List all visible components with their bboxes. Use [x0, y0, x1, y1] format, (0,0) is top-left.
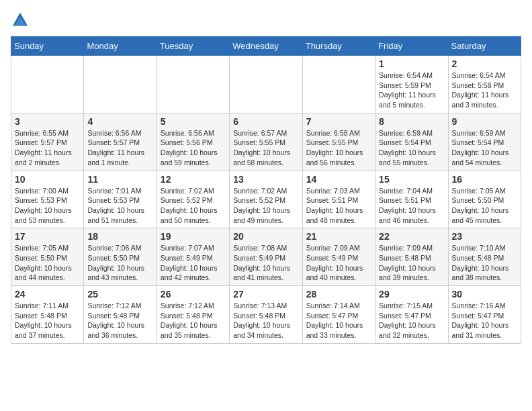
calendar-cell: 17Sunrise: 7:05 AM Sunset: 5:50 PM Dayli… — [11, 228, 84, 286]
day-info: Sunrise: 7:04 AM Sunset: 5:51 PM Dayligh… — [379, 186, 444, 226]
calendar-cell: 7Sunrise: 6:58 AM Sunset: 5:55 PM Daylig… — [302, 113, 375, 171]
calendar-cell: 15Sunrise: 7:04 AM Sunset: 5:51 PM Dayli… — [375, 171, 448, 228]
day-number: 28 — [306, 289, 371, 300]
calendar-cell: 13Sunrise: 7:02 AM Sunset: 5:52 PM Dayli… — [230, 171, 302, 228]
day-number: 9 — [452, 116, 517, 127]
calendar-cell: 19Sunrise: 7:07 AM Sunset: 5:49 PM Dayli… — [157, 228, 229, 286]
day-number: 5 — [161, 116, 226, 127]
day-info: Sunrise: 6:54 AM Sunset: 5:58 PM Dayligh… — [452, 71, 517, 110]
day-info: Sunrise: 7:00 AM Sunset: 5:53 PM Dayligh… — [15, 186, 80, 226]
day-number: 22 — [379, 231, 444, 242]
calendar-cell: 18Sunrise: 7:06 AM Sunset: 5:50 PM Dayli… — [84, 228, 157, 286]
day-number: 30 — [452, 289, 517, 300]
day-number: 13 — [233, 174, 298, 185]
day-number: 7 — [306, 116, 371, 127]
day-info: Sunrise: 6:59 AM Sunset: 5:54 PM Dayligh… — [452, 128, 517, 168]
calendar-cell: 3Sunrise: 6:55 AM Sunset: 5:57 PM Daylig… — [11, 113, 84, 171]
day-number: 23 — [452, 231, 517, 242]
day-info: Sunrise: 7:05 AM Sunset: 5:50 PM Dayligh… — [15, 243, 80, 283]
calendar-cell: 23Sunrise: 7:10 AM Sunset: 5:48 PM Dayli… — [448, 228, 521, 286]
calendar-week-row: 24Sunrise: 7:11 AM Sunset: 5:48 PM Dayli… — [11, 286, 521, 344]
calendar-cell: 20Sunrise: 7:08 AM Sunset: 5:49 PM Dayli… — [230, 228, 302, 286]
day-number: 25 — [87, 289, 152, 300]
calendar-cell: 27Sunrise: 7:13 AM Sunset: 5:48 PM Dayli… — [230, 286, 302, 344]
day-of-week-header: Thursday — [302, 37, 375, 56]
calendar-cell — [84, 56, 157, 113]
logo-icon — [11, 11, 30, 30]
calendar-cell: 1Sunrise: 6:54 AM Sunset: 5:59 PM Daylig… — [375, 56, 448, 113]
day-number: 18 — [87, 231, 152, 242]
day-number: 15 — [379, 174, 444, 185]
day-info: Sunrise: 6:55 AM Sunset: 5:57 PM Dayligh… — [15, 128, 80, 168]
day-info: Sunrise: 7:03 AM Sunset: 5:51 PM Dayligh… — [306, 186, 371, 226]
day-of-week-header: Monday — [84, 37, 157, 56]
day-info: Sunrise: 7:06 AM Sunset: 5:50 PM Dayligh… — [87, 243, 152, 283]
day-number: 17 — [15, 231, 80, 242]
day-info: Sunrise: 6:58 AM Sunset: 5:55 PM Dayligh… — [306, 128, 371, 168]
calendar-cell: 24Sunrise: 7:11 AM Sunset: 5:48 PM Dayli… — [11, 286, 84, 344]
day-of-week-header: Friday — [375, 37, 448, 56]
day-number: 20 — [233, 231, 298, 242]
calendar-week-row: 1Sunrise: 6:54 AM Sunset: 5:59 PM Daylig… — [11, 56, 521, 113]
day-info: Sunrise: 7:09 AM Sunset: 5:49 PM Dayligh… — [306, 243, 371, 283]
calendar-cell: 30Sunrise: 7:16 AM Sunset: 5:47 PM Dayli… — [448, 286, 521, 344]
day-number: 10 — [15, 174, 80, 185]
calendar-cell: 26Sunrise: 7:12 AM Sunset: 5:48 PM Dayli… — [157, 286, 229, 344]
day-info: Sunrise: 7:02 AM Sunset: 5:52 PM Dayligh… — [233, 186, 298, 226]
day-number: 27 — [233, 289, 298, 300]
day-info: Sunrise: 7:01 AM Sunset: 5:53 PM Dayligh… — [87, 186, 152, 226]
calendar-cell: 11Sunrise: 7:01 AM Sunset: 5:53 PM Dayli… — [84, 171, 157, 228]
calendar-header-row: SundayMondayTuesdayWednesdayThursdayFrid… — [11, 37, 521, 56]
calendar-cell: 16Sunrise: 7:05 AM Sunset: 5:50 PM Dayli… — [448, 171, 521, 228]
day-info: Sunrise: 7:11 AM Sunset: 5:48 PM Dayligh… — [15, 301, 80, 340]
calendar-cell: 4Sunrise: 6:56 AM Sunset: 5:57 PM Daylig… — [84, 113, 157, 171]
day-of-week-header: Wednesday — [230, 37, 302, 56]
calendar-cell: 2Sunrise: 6:54 AM Sunset: 5:58 PM Daylig… — [448, 56, 521, 113]
day-info: Sunrise: 7:05 AM Sunset: 5:50 PM Dayligh… — [452, 186, 517, 226]
calendar-cell — [302, 56, 375, 113]
calendar-cell: 12Sunrise: 7:02 AM Sunset: 5:52 PM Dayli… — [157, 171, 229, 228]
day-info: Sunrise: 6:57 AM Sunset: 5:55 PM Dayligh… — [233, 128, 298, 168]
day-info: Sunrise: 7:08 AM Sunset: 5:49 PM Dayligh… — [233, 243, 298, 283]
day-number: 19 — [161, 231, 226, 242]
day-number: 2 — [452, 58, 517, 69]
calendar-cell — [230, 56, 302, 113]
calendar-cell: 25Sunrise: 7:12 AM Sunset: 5:48 PM Dayli… — [84, 286, 157, 344]
day-number: 16 — [452, 174, 517, 185]
calendar-week-row: 17Sunrise: 7:05 AM Sunset: 5:50 PM Dayli… — [11, 228, 521, 286]
calendar-week-row: 10Sunrise: 7:00 AM Sunset: 5:53 PM Dayli… — [11, 171, 521, 228]
day-number: 26 — [161, 289, 226, 300]
day-of-week-header: Tuesday — [157, 37, 229, 56]
day-info: Sunrise: 7:13 AM Sunset: 5:48 PM Dayligh… — [233, 301, 298, 340]
day-info: Sunrise: 7:07 AM Sunset: 5:49 PM Dayligh… — [161, 243, 226, 283]
calendar-cell: 29Sunrise: 7:15 AM Sunset: 5:47 PM Dayli… — [375, 286, 448, 344]
calendar-cell: 14Sunrise: 7:03 AM Sunset: 5:51 PM Dayli… — [302, 171, 375, 228]
calendar-cell: 5Sunrise: 6:56 AM Sunset: 5:56 PM Daylig… — [157, 113, 229, 171]
day-number: 12 — [161, 174, 226, 185]
day-number: 21 — [306, 231, 371, 242]
day-info: Sunrise: 7:12 AM Sunset: 5:48 PM Dayligh… — [161, 301, 226, 340]
day-info: Sunrise: 7:16 AM Sunset: 5:47 PM Dayligh… — [452, 301, 517, 340]
day-of-week-header: Sunday — [11, 37, 84, 56]
day-info: Sunrise: 6:56 AM Sunset: 5:57 PM Dayligh… — [87, 128, 152, 168]
day-number: 8 — [379, 116, 444, 127]
calendar-week-row: 3Sunrise: 6:55 AM Sunset: 5:57 PM Daylig… — [11, 113, 521, 171]
day-info: Sunrise: 7:09 AM Sunset: 5:48 PM Dayligh… — [379, 243, 444, 283]
calendar-cell — [157, 56, 229, 113]
calendar-cell: 9Sunrise: 6:59 AM Sunset: 5:54 PM Daylig… — [448, 113, 521, 171]
day-info: Sunrise: 6:54 AM Sunset: 5:59 PM Dayligh… — [379, 71, 444, 110]
day-number: 14 — [306, 174, 371, 185]
day-info: Sunrise: 6:56 AM Sunset: 5:56 PM Dayligh… — [161, 128, 226, 168]
calendar-cell: 8Sunrise: 6:59 AM Sunset: 5:54 PM Daylig… — [375, 113, 448, 171]
calendar-cell: 22Sunrise: 7:09 AM Sunset: 5:48 PM Dayli… — [375, 228, 448, 286]
calendar-cell: 21Sunrise: 7:09 AM Sunset: 5:49 PM Dayli… — [302, 228, 375, 286]
logo — [11, 11, 32, 30]
day-number: 24 — [15, 289, 80, 300]
calendar-cell — [11, 56, 84, 113]
day-info: Sunrise: 7:10 AM Sunset: 5:48 PM Dayligh… — [452, 243, 517, 283]
calendar-table: SundayMondayTuesdayWednesdayThursdayFrid… — [11, 36, 521, 344]
day-number: 3 — [15, 116, 80, 127]
day-of-week-header: Saturday — [448, 37, 521, 56]
calendar-cell: 10Sunrise: 7:00 AM Sunset: 5:53 PM Dayli… — [11, 171, 84, 228]
day-info: Sunrise: 7:15 AM Sunset: 5:47 PM Dayligh… — [379, 301, 444, 340]
